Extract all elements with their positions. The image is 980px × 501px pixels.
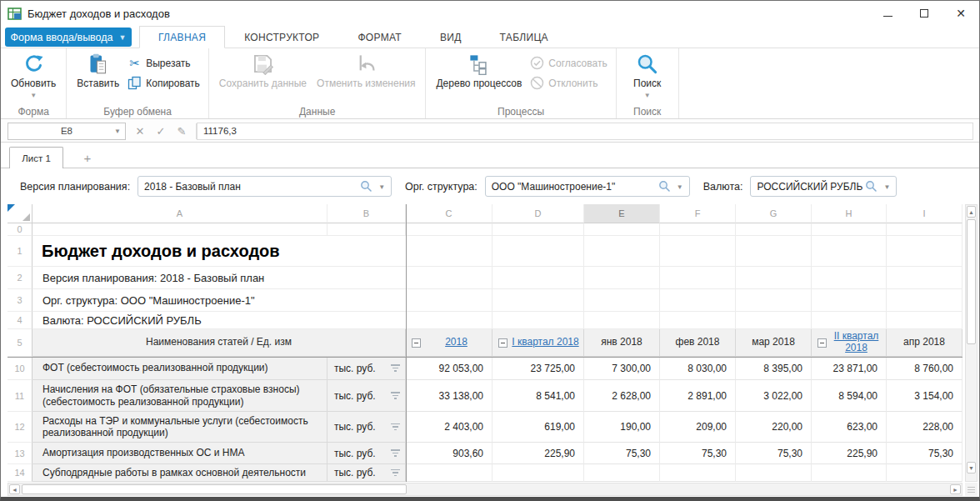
period-link[interactable]: 2018 (421, 337, 492, 348)
chevron-down-icon[interactable]: ▼ (378, 183, 385, 191)
cell-H0[interactable] (812, 223, 887, 236)
row-header-11[interactable]: 11 (8, 380, 32, 412)
tab-view[interactable]: ВИД (421, 26, 481, 48)
cell-D0[interactable] (492, 223, 584, 236)
cell-C2[interactable] (406, 267, 492, 289)
save-data-button[interactable]: Сохранить данные (214, 49, 312, 90)
tab-table[interactable]: ТАБЛИЦА (481, 26, 568, 48)
cell-E12[interactable]: 190,00 (584, 412, 660, 443)
sheet-tab-list1[interactable]: Лист 1 (9, 147, 63, 168)
cell-D4[interactable] (492, 312, 584, 329)
tab-constructor[interactable]: КОНСТРУКТОР (225, 26, 338, 48)
cell-F4[interactable] (660, 312, 736, 329)
horizontal-scrollbar-thumb[interactable] (22, 484, 407, 494)
cell-E13[interactable]: 75,30 (584, 443, 660, 464)
column-header-F[interactable]: F (660, 204, 736, 223)
cell-A1[interactable]: Бюджет доходов и расходов (32, 236, 406, 267)
cell-name-box[interactable]: E8 ▼ (8, 123, 126, 140)
row-header-2[interactable]: 2 (8, 267, 32, 289)
period-header-D5[interactable]: I квартал 2018 (492, 329, 584, 357)
row-header-10[interactable]: 10 (8, 357, 32, 380)
cell-F13[interactable]: 75,30 (660, 443, 736, 464)
cell-D3[interactable] (492, 289, 584, 312)
collapse-toggle-icon[interactable] (412, 338, 421, 348)
row-header-4[interactable]: 4 (8, 312, 32, 329)
confirm-entry-icon[interactable]: ✓ (154, 125, 168, 138)
collapse-toggle-icon[interactable] (498, 338, 508, 348)
reject-button[interactable]: Отклонить (527, 76, 610, 90)
cell-B11[interactable]: тыс. руб. (328, 380, 406, 412)
cell-F14[interactable] (660, 464, 736, 482)
cell-I1[interactable] (887, 236, 962, 267)
cell-G4[interactable] (736, 312, 812, 329)
cell-I0[interactable] (887, 223, 962, 236)
cell-E14[interactable] (584, 464, 660, 482)
column-header-H[interactable]: H (812, 204, 887, 223)
cell-A0[interactable] (32, 223, 328, 236)
cell-F1[interactable] (660, 236, 736, 267)
resize-grip[interactable] (965, 483, 978, 496)
tab-format[interactable]: ФОРМАТ (338, 26, 421, 48)
cell-I13[interactable]: 75,30 (887, 443, 962, 464)
cell-C12[interactable]: 2 403,00 (406, 412, 492, 443)
cell-A3[interactable]: Орг. структура: ООО "Машиностроение-1" (32, 289, 406, 312)
cell-H14[interactable] (812, 464, 887, 482)
cell-A11[interactable]: Начисления на ФОТ (обязательные страховы… (32, 380, 328, 412)
filter-icon[interactable] (390, 423, 400, 430)
cell-I12[interactable]: 228,00 (887, 412, 962, 443)
cell-B10[interactable]: тыс. руб. (328, 357, 406, 380)
filter-icon[interactable] (390, 364, 400, 371)
cell-E4[interactable] (584, 312, 660, 329)
cell-D1[interactable] (492, 236, 584, 267)
cell-E0[interactable] (584, 223, 660, 236)
cell-G0[interactable] (736, 223, 812, 236)
copy-button[interactable]: Копировать (124, 76, 203, 90)
cell-I14[interactable] (887, 464, 962, 482)
cell-C3[interactable] (406, 289, 492, 312)
cell-A4[interactable]: Валюта: РОССИЙСКИЙ РУБЛЬ (32, 312, 406, 329)
collapse-toggle-icon[interactable] (818, 338, 827, 348)
row-header-13[interactable]: 13 (8, 443, 32, 464)
cell-E3[interactable] (584, 289, 660, 312)
cell-B14[interactable]: тыс. руб. (328, 464, 406, 482)
scroll-down-button[interactable]: ▼ (967, 462, 976, 473)
undo-changes-button[interactable]: Отменить изменения (312, 49, 420, 90)
period-header-F5[interactable]: фев 2018 (660, 329, 736, 357)
row-header-1[interactable]: 1 (8, 236, 32, 267)
vertical-scrollbar[interactable]: ▲ ▼ (965, 204, 978, 482)
column-header-A[interactable]: A (32, 204, 328, 223)
scroll-right-button[interactable]: ► (950, 484, 961, 494)
cell-F10[interactable]: 8 030,00 (660, 357, 736, 380)
cell-D11[interactable]: 8 541,00 (492, 380, 584, 412)
maximize-button[interactable] (906, 1, 942, 26)
edit-formula-icon[interactable]: ✎ (175, 125, 188, 138)
planning-version-field[interactable]: 2018 - Базовый план ▼ (138, 176, 392, 197)
cell-D12[interactable]: 619,00 (492, 412, 584, 443)
cell-H11[interactable]: 8 594,00 (812, 380, 887, 412)
search-button[interactable]: Поиск▼ (622, 49, 673, 99)
cell-C11[interactable]: 33 138,00 (406, 380, 492, 412)
cell-H3[interactable] (812, 289, 887, 312)
row-header-3[interactable]: 3 (8, 289, 32, 312)
column-header-E[interactable]: E (584, 204, 660, 223)
row-header-12[interactable]: 12 (8, 412, 32, 443)
horizontal-scrollbar[interactable]: ◄ ► (8, 483, 962, 496)
cell-G3[interactable] (736, 289, 812, 312)
cell-F12[interactable]: 209,00 (660, 412, 736, 443)
filter-icon[interactable] (390, 392, 400, 398)
column-header-B[interactable]: B (328, 204, 406, 223)
cancel-entry-icon[interactable]: ✕ (133, 125, 147, 138)
cell-C0[interactable] (406, 223, 492, 236)
vertical-scrollbar-thumb[interactable] (967, 219, 976, 344)
cell-I2[interactable] (887, 267, 962, 289)
cell-G2[interactable] (736, 267, 812, 289)
cell-B12[interactable]: тыс. руб. (328, 412, 406, 443)
scroll-left-button[interactable]: ◄ (9, 484, 20, 494)
org-structure-field[interactable]: ООО "Машиностроение-1" ▼ (485, 176, 690, 197)
cell-F0[interactable] (660, 223, 736, 236)
cell-B0[interactable] (328, 223, 406, 236)
cell-F3[interactable] (660, 289, 736, 312)
row-header-5[interactable]: 5 (8, 329, 32, 357)
cell-H2[interactable] (812, 267, 887, 289)
period-link[interactable]: I квартал 2018 (508, 337, 583, 348)
